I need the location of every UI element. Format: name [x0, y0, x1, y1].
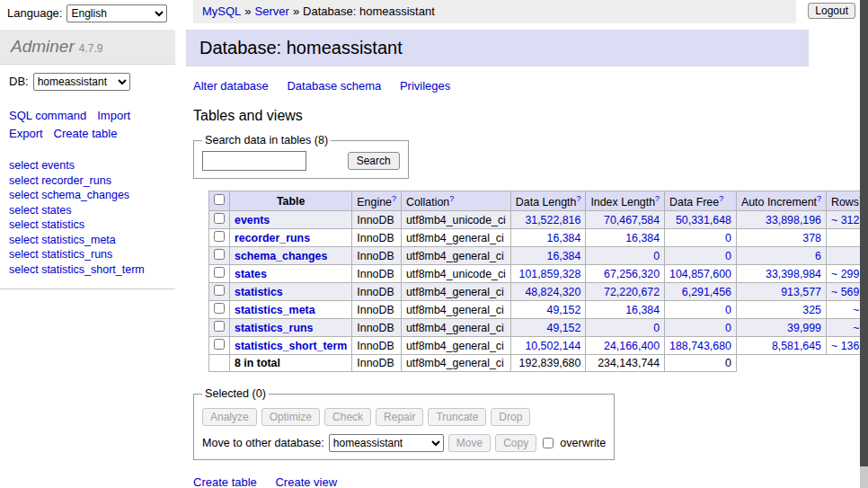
copy-button[interactable]: Copy	[495, 434, 536, 452]
auto-increment-link[interactable]: 39,999	[787, 322, 821, 334]
database-schema-link[interactable]: Database schema	[287, 79, 381, 93]
row-checkbox[interactable]	[214, 321, 225, 332]
alter-database-link[interactable]: Alter database	[193, 79, 269, 93]
search-button[interactable]: Search	[348, 152, 400, 170]
total-collation-cell: utf8mb4_general_ci	[401, 355, 510, 372]
move-button[interactable]: Move	[448, 434, 491, 452]
auto-increment-link[interactable]: 8,581,645	[772, 340, 821, 352]
create-table-link[interactable]: Create table	[193, 475, 257, 488]
help-link[interactable]: ?	[392, 194, 396, 203]
breadcrumb-mysql-link[interactable]: MySQL	[202, 4, 241, 18]
db-select[interactable]: homeassistant	[33, 73, 130, 91]
table-name-cell: states	[230, 265, 352, 283]
row-checkbox[interactable]	[214, 339, 225, 350]
index-length-link[interactable]: 67,256,320	[604, 268, 660, 280]
sidebar-create-table-link[interactable]: Create table	[54, 127, 118, 140]
privileges-link[interactable]: Privileges	[400, 79, 450, 93]
sidebar-table-link[interactable]: select statistics_short_term	[9, 262, 166, 278]
drop-button[interactable]: Drop	[491, 408, 530, 426]
overwrite-checkbox[interactable]	[543, 438, 554, 448]
move-db-select[interactable]: homeassistant	[329, 434, 444, 452]
row-checkbox[interactable]	[214, 303, 225, 314]
data-length-link[interactable]: 48,824,320	[525, 286, 580, 298]
search-input[interactable]	[202, 151, 306, 171]
sidebar-table-link[interactable]: select schema_changes	[9, 188, 166, 203]
table-name-link[interactable]: states	[235, 268, 267, 280]
breadcrumb-server-link[interactable]: Server	[255, 4, 289, 18]
table-name-link[interactable]: recorder_runs	[235, 232, 310, 244]
help-link[interactable]: ?	[576, 194, 580, 203]
index-length-link[interactable]: 24,166,400	[604, 340, 660, 352]
row-checkbox[interactable]	[214, 267, 225, 278]
scrollbar[interactable]	[860, 0, 868, 488]
truncate-button[interactable]: Truncate	[428, 408, 486, 426]
table-name-link[interactable]: events	[235, 214, 270, 226]
auto-increment-link[interactable]: 913,577	[781, 286, 821, 298]
table-name-link[interactable]: statistics_runs	[235, 322, 313, 334]
check-button[interactable]: Check	[324, 408, 371, 426]
help-link[interactable]: ?	[449, 194, 454, 203]
row-select-cell	[209, 319, 230, 337]
repair-button[interactable]: Repair	[376, 408, 423, 426]
import-link[interactable]: Import	[97, 109, 130, 122]
sql-command-link[interactable]: SQL command	[9, 109, 86, 122]
sidebar-table-link[interactable]: select recorder_runs	[9, 173, 166, 189]
sidebar-table-link[interactable]: select states	[9, 203, 166, 218]
data-free-link[interactable]: 0	[725, 232, 731, 244]
sidebar-table-link[interactable]: select statistics_meta	[9, 233, 166, 248]
data-length-link[interactable]: 16,384	[546, 250, 580, 262]
data-free-link[interactable]: 0	[725, 304, 731, 316]
export-link[interactable]: Export	[9, 127, 43, 140]
data-length-link[interactable]: 10,502,144	[525, 340, 580, 352]
data-length-link[interactable]: 49,152	[546, 304, 580, 316]
index-length-link[interactable]: 0	[653, 322, 660, 334]
data-length-link[interactable]: 49,152	[546, 322, 580, 334]
index-length-link[interactable]: 16,384	[625, 232, 660, 244]
help-link[interactable]: ?	[719, 194, 723, 203]
sidebar-table-link[interactable]: select statistics	[9, 217, 166, 233]
data-length-link[interactable]: 31,522,816	[525, 214, 580, 226]
auto-increment-link[interactable]: 325	[802, 304, 821, 316]
row-select-cell	[209, 301, 230, 319]
index-length-link[interactable]: 16,384	[625, 304, 660, 316]
row-checkbox[interactable]	[214, 213, 225, 224]
optimize-button[interactable]: Optimize	[261, 408, 320, 426]
adminer-logo-link[interactable]: Adminer	[11, 37, 75, 56]
data-free-link[interactable]: 0	[725, 250, 731, 262]
data-free-link[interactable]: 50,331,648	[676, 214, 731, 226]
auto-increment-link[interactable]: 6	[815, 250, 821, 262]
logout-button[interactable]: Logout	[808, 3, 855, 19]
select-all-checkbox[interactable]	[214, 194, 225, 205]
auto-increment-link[interactable]: 378	[802, 232, 821, 244]
engine-cell: InnoDB	[352, 283, 402, 301]
language-select[interactable]: English	[66, 4, 167, 22]
data-free-link[interactable]: 0	[725, 322, 731, 334]
index-length-link[interactable]: 70,467,584	[604, 214, 660, 226]
main-content: Database: homeassistant Alter database D…	[186, 30, 809, 488]
row-checkbox[interactable]	[214, 249, 225, 260]
scrollbar-thumb[interactable]	[860, 0, 868, 466]
data-free-link[interactable]: 104,857,600	[669, 268, 731, 280]
help-link[interactable]: ?	[655, 194, 660, 203]
analyze-button[interactable]: Analyze	[202, 408, 257, 426]
sidebar-table-link[interactable]: select statistics_runs	[9, 247, 166, 262]
data-free-link[interactable]: 6,291,456	[682, 286, 731, 298]
sidebar-table-link[interactable]: select events	[9, 158, 166, 173]
table-name-link[interactable]: schema_changes	[235, 250, 327, 262]
index-length-link[interactable]: 72,220,672	[604, 286, 660, 298]
column-header-index-length: Index Length?	[586, 191, 665, 211]
auto-increment-link[interactable]: 33,898,196	[766, 214, 821, 226]
help-link[interactable]: ?	[817, 194, 821, 203]
total-data-free-cell: 0	[665, 355, 737, 372]
row-checkbox[interactable]	[214, 285, 225, 296]
data-length-link[interactable]: 101,859,328	[518, 268, 580, 280]
table-name-link[interactable]: statistics_meta	[235, 304, 315, 316]
index-length-link[interactable]: 0	[653, 250, 660, 262]
row-checkbox[interactable]	[214, 231, 225, 242]
create-view-link[interactable]: Create view	[275, 475, 337, 488]
auto-increment-link[interactable]: 33,398,984	[766, 268, 821, 280]
data-free-link[interactable]: 188,743,680	[669, 340, 731, 352]
data-length-link[interactable]: 16,384	[546, 232, 580, 244]
table-name-link[interactable]: statistics	[235, 286, 283, 298]
table-name-link[interactable]: statistics_short_term	[235, 340, 347, 352]
